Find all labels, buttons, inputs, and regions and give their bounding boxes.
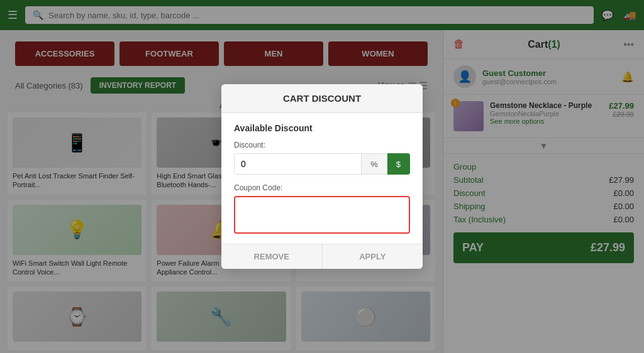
coupon-code-input[interactable] xyxy=(234,196,410,234)
modal-overlay: CART DISCOUNT Available Discount Discoun… xyxy=(0,0,644,353)
cart-discount-modal: CART DISCOUNT Available Discount Discoun… xyxy=(221,84,423,269)
modal-header: CART DISCOUNT xyxy=(221,84,423,113)
dollar-type-button[interactable]: $ xyxy=(387,153,410,175)
percent-type-button[interactable]: % xyxy=(362,153,387,175)
coupon-code-label: Coupon Code: xyxy=(234,183,410,192)
modal-section-title: Available Discount xyxy=(234,123,410,133)
discount-amount-input[interactable] xyxy=(234,153,362,175)
discount-input-label: Discount: xyxy=(234,141,410,149)
remove-discount-button[interactable]: REMOVE xyxy=(221,244,323,269)
modal-body: Available Discount Discount: % $ Coupon … xyxy=(221,113,423,244)
apply-discount-button[interactable]: APPLY xyxy=(323,244,423,269)
modal-footer: REMOVE APPLY xyxy=(221,244,423,269)
discount-input-row: % $ xyxy=(234,153,410,175)
modal-title: CART DISCOUNT xyxy=(283,93,361,104)
